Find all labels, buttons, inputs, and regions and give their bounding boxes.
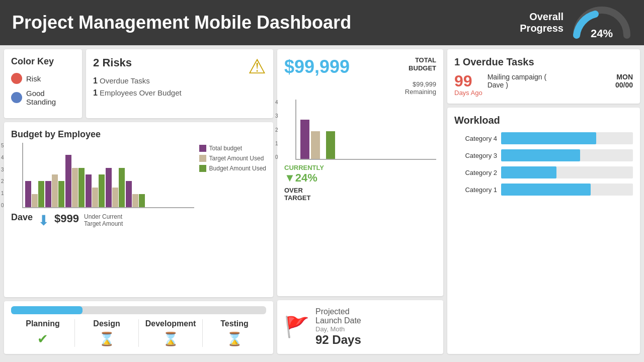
workload-row-cat2: Category 2 (454, 166, 633, 178)
remaining-text: $99,999Remaining (284, 80, 436, 96)
cat1-bar-bg (501, 184, 633, 196)
cat4-label: Category 4 (454, 135, 497, 142)
bar-tan-1 (32, 194, 38, 207)
bar-tan-6 (132, 194, 138, 207)
days-ago-block: 99 Days Ago (454, 73, 482, 97)
bar-purple-1 (25, 181, 31, 207)
bar-group-3 (65, 155, 85, 207)
gauge-percent: 24% (572, 27, 632, 40)
currently-pct: ▼24% (284, 171, 436, 185)
risks-label: Risks (102, 56, 132, 69)
overall-progress: OverallProgress 24% (520, 5, 632, 40)
stage-design-label: Design (75, 319, 138, 328)
cat3-label: Category 3 (454, 152, 497, 159)
budget-legend: Total budget Target Amount Used Budget A… (199, 143, 266, 229)
stage-design: Design ⌛ (75, 319, 139, 347)
workload-row-cat4: Category 4 (454, 132, 633, 144)
left-column: Color Key Risk GoodStanding 2 Risks (4, 49, 273, 354)
bar-green-5 (119, 168, 125, 207)
mini-y-labels: 01234 (275, 100, 278, 160)
risks-title: 2 Risks (93, 56, 132, 69)
bar-purple-6 (126, 181, 132, 207)
cat1-bar-fill (501, 184, 591, 196)
good-standing-label: GoodStanding (26, 89, 56, 106)
cat4-bar-fill (501, 132, 596, 144)
progress-stages-row: Planning ✔ Design ⌛ Development ⌛ Testin… (11, 319, 266, 347)
legend-target-used: Target Amount Used (199, 155, 266, 162)
main-content: Color Key Risk GoodStanding 2 Risks (0, 45, 644, 362)
flag-icon: 🚩 (284, 315, 309, 339)
currently-label: CURRENTLY (284, 164, 436, 171)
stage-development: Development ⌛ (139, 319, 203, 347)
budget-count: 1 (93, 88, 98, 97)
overdue-count: 1 (93, 76, 98, 85)
mini-bar-tan (311, 131, 320, 159)
stage-planning: Planning ✔ (11, 319, 75, 347)
launch-info: ProjectedLaunch Date Day, Moth 92 Days (315, 307, 361, 347)
bar-group-2 (45, 174, 64, 207)
risks-count: 2 (93, 56, 99, 69)
dave-name-label: Dave (11, 212, 33, 223)
over-target-label: OVERTARGET (284, 187, 436, 202)
overdue-tasks-card: 1 Overdue Tasks 99 Days Ago Mailing camp… (447, 49, 640, 104)
risk-dot (11, 73, 22, 84)
good-standing-dot (11, 92, 22, 103)
gauge: 24% (572, 5, 632, 40)
bar-green-1 (38, 181, 44, 207)
total-budget-label: TOTALBUDGET (409, 56, 436, 72)
bar-tan-5 (112, 188, 118, 207)
bar-purple-3 (65, 155, 71, 207)
dave-arrow-icon: ⬇ (38, 212, 49, 229)
cat4-bar-bg (501, 132, 633, 144)
days-ago-label: Days Ago (454, 89, 482, 97)
bar-group-4 (86, 174, 105, 207)
task-date-line1: MON (615, 73, 633, 81)
cat2-label: Category 2 (454, 169, 497, 176)
legend-total-label: Total budget (209, 145, 242, 152)
bar-purple-5 (106, 168, 112, 207)
workload-card: Workload Category 4 Category 3 Category … (447, 108, 640, 354)
cat3-bar-fill (501, 149, 580, 161)
y-axis-labels: 012345 (1, 143, 4, 208)
legend-purple-box (199, 145, 206, 152)
overdue-count-num: 1 (454, 56, 460, 67)
budget-total-label: TOTALBUDGET (409, 56, 436, 72)
legend-budget-used: Budget Amount Used (199, 165, 266, 172)
stage-development-label: Development (139, 319, 202, 328)
budget-header-row: $99,999 TOTALBUDGET (284, 56, 436, 77)
risks-card: 2 Risks ⚠ 1 Overdue Tasks 1 Employees Ov… (86, 49, 273, 118)
bar-green-2 (58, 181, 64, 207)
risks-item-budget: 1 Employees Over Budget (93, 88, 266, 98)
mini-group-2 (326, 131, 335, 159)
task-date: MON 00/00 (615, 73, 633, 89)
progress-label: OverallProgress (520, 11, 564, 34)
bar-green-4 (99, 174, 105, 207)
progress-bar-fill (11, 306, 83, 314)
launch-content: 🚩 ProjectedLaunch Date Day, Moth 92 Days (284, 307, 436, 347)
progress-stages-card: Planning ✔ Design ⌛ Development ⌛ Testin… (4, 301, 273, 354)
bar-group-1 (25, 181, 44, 207)
budget-bar-chart (22, 143, 194, 208)
bar-tan-2 (52, 174, 58, 207)
dave-section: Dave ⬇ $999 Under CurrentTarget Amount (11, 212, 194, 229)
bar-tan-4 (92, 188, 98, 207)
left-top-row: Color Key Risk GoodStanding 2 Risks (4, 49, 273, 118)
cat3-bar-bg (501, 149, 633, 161)
stage-testing: Testing ⌛ (203, 319, 266, 347)
check-icon: ✔ (11, 331, 74, 347)
hourglass-icon-design: ⌛ (75, 331, 138, 347)
key-item-good: GoodStanding (11, 89, 75, 106)
mini-bar-chart (295, 100, 436, 160)
legend-budget-label: Budget Amount Used (209, 165, 266, 172)
legend-target-label: Target Amount Used (209, 155, 264, 162)
mini-bar-purple (300, 120, 309, 159)
bar-group-6 (126, 181, 145, 207)
stage-testing-label: Testing (203, 319, 266, 328)
stage-planning-label: Planning (11, 319, 74, 328)
progress-bar-outer (11, 306, 266, 314)
budget-content: 012345 (11, 143, 266, 229)
task-date-line2: 00/00 (615, 81, 633, 89)
cat2-bar-fill (501, 166, 556, 178)
cat2-bar-bg (501, 166, 633, 178)
budget-overview-card: $99,999 TOTALBUDGET $99,999Remaining 012… (277, 49, 443, 296)
